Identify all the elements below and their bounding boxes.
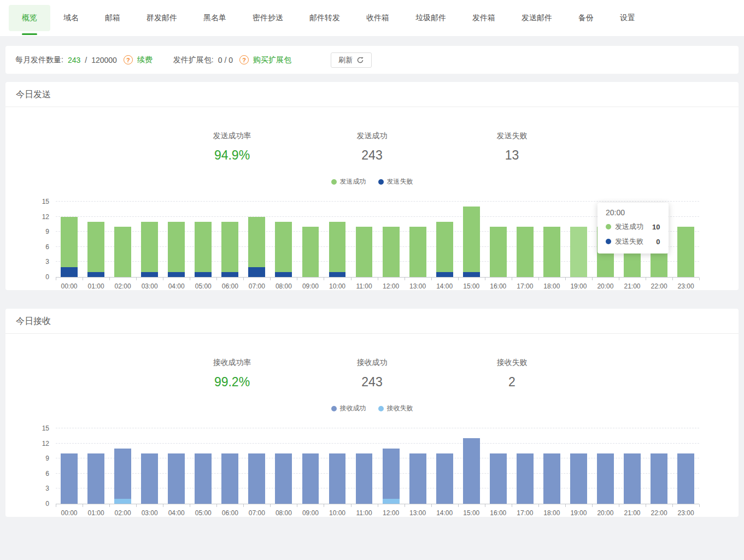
extension-pack-help-icon[interactable]: ? [239, 55, 249, 64]
bar-column-16:00[interactable] [485, 428, 512, 504]
receive-stat-value: 2 [482, 375, 542, 390]
bar-column-04:00[interactable] [163, 202, 190, 277]
buy-extension-link[interactable]: 购买扩展包 [253, 55, 291, 65]
bar-01:00 [87, 202, 104, 277]
接收成功-segment [275, 453, 292, 504]
bar-07:00 [248, 428, 265, 504]
bar-column-17:00[interactable] [512, 428, 538, 504]
bar-column-16:00[interactable] [485, 202, 512, 277]
x-axis-label: 22:00 [646, 282, 672, 290]
bar-column-18:00[interactable] [538, 202, 565, 277]
bar-column-18:00[interactable] [538, 428, 565, 504]
bar-column-09:00[interactable] [297, 202, 324, 277]
tab-bcc[interactable]: 密件抄送 [239, 5, 296, 31]
bar-column-01:00[interactable] [83, 428, 109, 504]
bar-column-19:00[interactable] [565, 202, 592, 277]
monthly-quota-label: 每月发件数量: [15, 55, 63, 65]
bar-11:00 [356, 202, 373, 277]
bar-column-08:00[interactable] [270, 202, 297, 277]
x-axis-label: 07:00 [243, 509, 270, 517]
接收失败-segment [383, 499, 400, 504]
发送失败-segment [248, 267, 265, 277]
发送失败-segment [141, 272, 158, 277]
x-axis-label: 12:00 [378, 509, 405, 517]
chart-tooltip: 20:00 发送成功10发送失败0 [597, 203, 668, 254]
send-legend-item[interactable]: 发送成功 [331, 177, 366, 186]
bar-column-00:00[interactable] [56, 202, 83, 277]
bar-column-08:00[interactable] [270, 428, 297, 504]
bar-column-02:00[interactable] [109, 202, 136, 277]
tab-spam[interactable]: 垃圾邮件 [402, 5, 459, 31]
x-axis-label: 14:00 [431, 509, 458, 517]
bar-column-02:00[interactable] [109, 428, 136, 504]
bar-15:00 [463, 202, 480, 277]
bar-column-07:00[interactable] [243, 428, 270, 504]
发送成功-segment [114, 227, 131, 277]
tab-inbox[interactable]: 收件箱 [353, 5, 402, 31]
bar-column-06:00[interactable] [216, 428, 243, 504]
send-legend-item[interactable]: 发送失败 [378, 177, 413, 186]
monthly-quota-help-icon[interactable]: ? [124, 55, 133, 64]
tooltip-series-dot-icon [606, 224, 611, 229]
tab-bulk-mail[interactable]: 群发邮件 [133, 5, 190, 31]
tooltip-series-dot-icon [606, 239, 611, 244]
bar-column-10:00[interactable] [324, 202, 350, 277]
bar-column-23:00[interactable] [672, 202, 699, 277]
bar-column-03:00[interactable] [136, 428, 163, 504]
发送失败-segment [275, 272, 292, 277]
legend-dot-icon [378, 406, 384, 411]
bar-column-15:00[interactable] [458, 428, 485, 504]
x-axis-label: 23:00 [672, 509, 699, 517]
bar-column-17:00[interactable] [512, 202, 538, 277]
接收成功-segment [463, 438, 480, 504]
bar-column-11:00[interactable] [351, 202, 378, 277]
tab-settings[interactable]: 设置 [607, 5, 648, 31]
bar-column-06:00[interactable] [216, 202, 243, 277]
tab-domain[interactable]: 域名 [50, 5, 92, 31]
bar-column-00:00[interactable] [56, 428, 83, 504]
receive-legend-item[interactable]: 接收成功 [331, 404, 366, 413]
bar-column-21:00[interactable] [619, 428, 646, 504]
renew-link[interactable]: 续费 [137, 55, 153, 65]
bar-column-23:00[interactable] [672, 428, 699, 504]
bar-column-13:00[interactable] [405, 428, 431, 504]
发送失败-segment [329, 272, 346, 277]
bar-column-05:00[interactable] [190, 428, 216, 504]
接收成功-segment [436, 453, 453, 504]
bar-column-09:00[interactable] [297, 428, 324, 504]
extension-pack-value: 0 / 0 [218, 56, 233, 64]
tab-overview[interactable]: 概览 [9, 5, 50, 31]
receive-chart-legend: 接收成功接收失败 [5, 404, 739, 413]
bar-column-12:00[interactable] [378, 428, 405, 504]
发送成功-segment [329, 222, 346, 272]
bar-04:00 [168, 202, 185, 277]
send-stats-row: 发送成功率94.9%发送成功243发送失败13 [5, 131, 739, 163]
x-axis-label: 18:00 [538, 509, 565, 517]
bar-column-14:00[interactable] [431, 428, 458, 504]
tab-backup[interactable]: 备份 [565, 5, 607, 31]
bar-column-20:00[interactable] [592, 428, 619, 504]
tab-mailbox[interactable]: 邮箱 [92, 5, 133, 31]
bar-column-13:00[interactable] [405, 202, 431, 277]
tab-send-mail[interactable]: 发送邮件 [508, 5, 565, 31]
refresh-button[interactable]: 刷新 [331, 52, 372, 68]
bar-column-04:00[interactable] [163, 428, 190, 504]
bar-column-12:00[interactable] [378, 202, 405, 277]
bar-column-19:00[interactable] [565, 428, 592, 504]
tab-blacklist[interactable]: 黑名单 [190, 5, 239, 31]
bar-column-22:00[interactable] [646, 428, 672, 504]
bar-column-03:00[interactable] [136, 202, 163, 277]
send-stat-value: 243 [342, 148, 402, 163]
bar-column-14:00[interactable] [431, 202, 458, 277]
receive-legend-item[interactable]: 接收失败 [378, 404, 413, 413]
bar-column-01:00[interactable] [83, 202, 109, 277]
y-axis-label: 3 [45, 258, 49, 265]
接收成功-segment [195, 453, 212, 504]
bar-column-05:00[interactable] [190, 202, 216, 277]
bar-column-11:00[interactable] [351, 428, 378, 504]
bar-column-15:00[interactable] [458, 202, 485, 277]
bar-column-10:00[interactable] [324, 428, 350, 504]
tab-mail-forward[interactable]: 邮件转发 [296, 5, 353, 31]
bar-column-07:00[interactable] [243, 202, 270, 277]
tab-outbox[interactable]: 发件箱 [459, 5, 508, 31]
